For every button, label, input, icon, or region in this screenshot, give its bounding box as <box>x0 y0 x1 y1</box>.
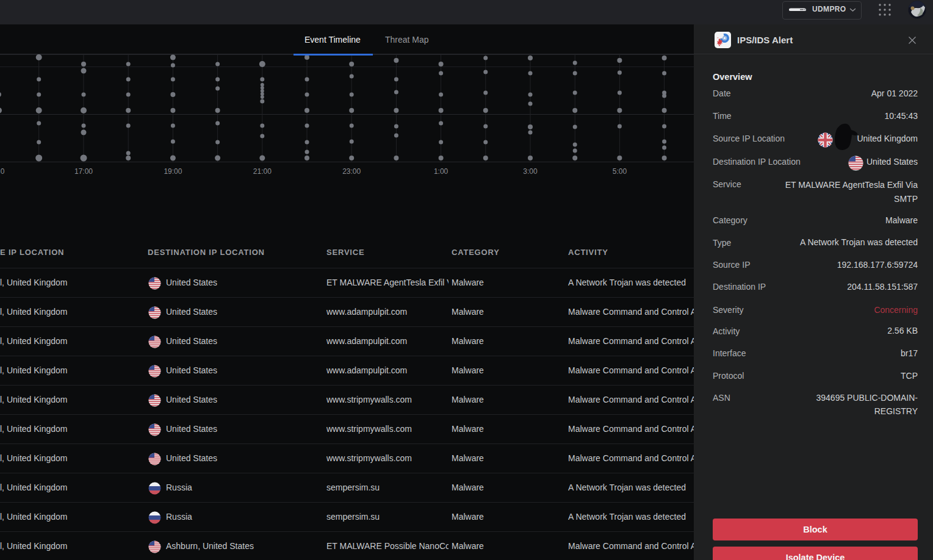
svg-text:5:00: 5:00 <box>613 167 627 176</box>
svg-text:3:00: 3:00 <box>523 167 538 176</box>
svg-text:17:00: 17:00 <box>74 167 93 176</box>
svg-text:21:00: 21:00 <box>253 167 272 176</box>
svg-text:23:00: 23:00 <box>342 167 361 176</box>
svg-text:1:00: 1:00 <box>434 167 448 176</box>
svg-text:0: 0 <box>1 167 5 176</box>
svg-text:19:00: 19:00 <box>164 167 182 176</box>
